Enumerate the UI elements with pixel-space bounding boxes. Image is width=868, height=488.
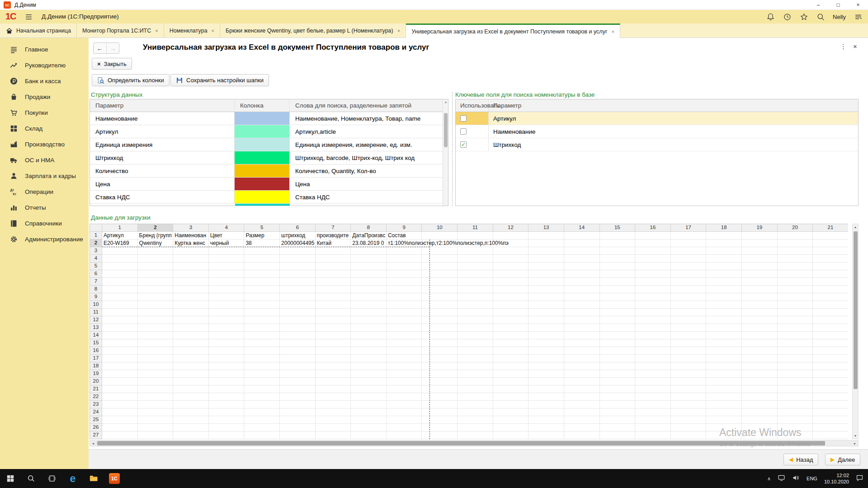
grid-cell[interactable] <box>422 232 458 239</box>
grid-cell[interactable] <box>316 263 351 270</box>
grid-row-header[interactable]: 21 <box>90 385 102 393</box>
grid-cell[interactable] <box>706 362 742 370</box>
grid-row-header[interactable]: 16 <box>90 347 102 355</box>
grid-cell[interactable]: т1:100%полиэстер,т2:100%полиэстер,п:100%… <box>387 239 422 247</box>
grid-col-header[interactable]: 13 <box>528 224 564 232</box>
grid-cell[interactable] <box>493 278 529 286</box>
grid-cell[interactable] <box>600 393 636 401</box>
grid-col-header[interactable]: 5 <box>244 224 280 232</box>
grid-cell[interactable] <box>528 332 564 339</box>
grid-cell[interactable] <box>351 339 387 347</box>
grid-cell[interactable] <box>528 309 564 316</box>
grid-cell[interactable] <box>173 270 209 278</box>
grid-cell[interactable] <box>173 301 209 309</box>
grid-cell[interactable] <box>778 278 813 286</box>
tab-home[interactable]: Начальная страница <box>0 23 77 38</box>
grid-cell[interactable] <box>351 355 387 362</box>
grid-cell[interactable] <box>671 239 707 247</box>
grid-row-header[interactable]: 11 <box>90 309 102 316</box>
grid-cell[interactable] <box>600 270 636 278</box>
grid-cell[interactable] <box>351 385 387 393</box>
grid-col-header[interactable]: 6 <box>280 224 316 232</box>
grid-cell[interactable] <box>316 355 351 362</box>
grid-cell[interactable] <box>316 270 351 278</box>
grid-cell[interactable] <box>280 278 316 286</box>
grid-cell[interactable] <box>173 401 209 408</box>
grid-cell[interactable] <box>635 432 671 439</box>
more-options-icon[interactable]: ⋮ <box>840 42 847 51</box>
grid-cell[interactable] <box>564 370 600 378</box>
grid-cell[interactable]: ДатаПроизвс <box>351 232 387 239</box>
scrollbar-thumb[interactable] <box>97 441 825 446</box>
grid-cell[interactable] <box>244 255 280 263</box>
grid-cell[interactable] <box>600 232 636 239</box>
grid-cell[interactable] <box>528 393 564 401</box>
grid-cell[interactable] <box>528 239 564 247</box>
favorites-star-icon[interactable] <box>799 12 808 21</box>
column-color-cell[interactable] <box>235 125 290 138</box>
grid-cell[interactable] <box>422 362 458 370</box>
grid-cell[interactable] <box>351 332 387 339</box>
grid-cell[interactable] <box>600 370 636 378</box>
grid-cell[interactable] <box>458 378 493 385</box>
grid-cell[interactable] <box>528 270 564 278</box>
grid-cell[interactable] <box>813 232 848 239</box>
grid-cell[interactable] <box>280 247 316 255</box>
grid-cell[interactable] <box>742 355 778 362</box>
grid-cell[interactable] <box>316 424 351 432</box>
grid-cell[interactable] <box>671 263 707 270</box>
grid-cell[interactable] <box>422 263 458 270</box>
grid-col-header[interactable]: 20 <box>778 224 813 232</box>
grid-cell[interactable] <box>600 339 636 347</box>
grid-cell[interactable] <box>209 339 245 347</box>
grid-cell[interactable] <box>280 263 316 270</box>
grid-cell[interactable] <box>564 416 600 424</box>
grid-cell[interactable] <box>422 424 458 432</box>
grid-col-header[interactable]: 11 <box>458 224 493 232</box>
grid-cell[interactable] <box>564 309 600 316</box>
grid-cell[interactable] <box>138 263 174 270</box>
grid-cell[interactable] <box>778 247 813 255</box>
grid-cell[interactable] <box>564 378 600 385</box>
grid-row-header[interactable]: 12 <box>90 316 102 324</box>
sidebar-item-assets[interactable]: ОС и НМА <box>0 152 89 168</box>
grid-cell[interactable] <box>671 278 707 286</box>
grid-cell[interactable] <box>280 432 316 439</box>
grid-row-header[interactable]: 25 <box>90 416 102 424</box>
grid-cell[interactable] <box>244 424 280 432</box>
grid-cell[interactable] <box>528 347 564 355</box>
grid-cell[interactable] <box>102 432 138 439</box>
grid-cell[interactable] <box>422 408 458 416</box>
grid-cell[interactable] <box>778 270 813 278</box>
grid-cell[interactable] <box>138 293 174 301</box>
grid-cell[interactable] <box>244 401 280 408</box>
grid-cell[interactable] <box>387 370 422 378</box>
grid-cell[interactable] <box>813 293 848 301</box>
grid-cell[interactable] <box>458 432 493 439</box>
grid-cell[interactable] <box>387 339 422 347</box>
column-color-cell[interactable] <box>235 112 290 125</box>
grid-cell[interactable] <box>316 393 351 401</box>
grid-cell[interactable] <box>706 408 742 416</box>
grid-cell[interactable] <box>742 378 778 385</box>
grid-cell[interactable] <box>778 347 813 355</box>
grid-cell[interactable] <box>458 270 493 278</box>
grid-cell[interactable] <box>742 309 778 316</box>
grid-cell[interactable] <box>671 332 707 339</box>
key-field-row[interactable]: Наименование <box>456 125 858 138</box>
grid-row-header[interactable]: 1 <box>90 232 102 239</box>
grid-cell[interactable] <box>671 293 707 301</box>
grid-cell[interactable]: черный <box>209 239 245 247</box>
language-indicator[interactable]: ENG <box>807 476 817 481</box>
grid-cell[interactable] <box>458 278 493 286</box>
grid-cell[interactable] <box>528 378 564 385</box>
grid-cell[interactable] <box>173 332 209 339</box>
grid-row-header[interactable]: 2 <box>90 239 102 247</box>
tab-close-icon[interactable]: × <box>397 28 400 33</box>
grid-cell[interactable] <box>600 401 636 408</box>
grid-cell[interactable] <box>351 370 387 378</box>
grid-cell[interactable] <box>173 324 209 332</box>
grid-cell[interactable] <box>458 316 493 324</box>
grid-cell[interactable] <box>493 401 529 408</box>
grid-cell[interactable] <box>493 362 529 370</box>
